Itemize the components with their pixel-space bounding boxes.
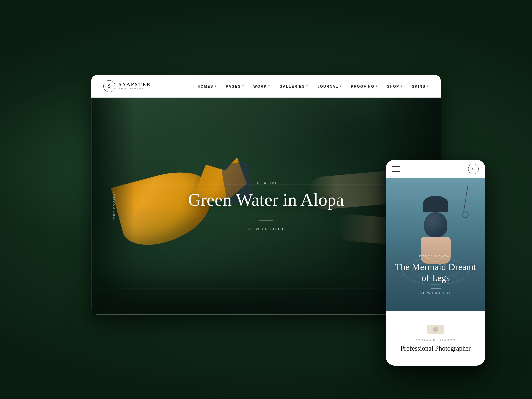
nav-item-galleries[interactable]: GALLERIES ▾ (279, 84, 308, 88)
person-hair (423, 196, 448, 212)
mobile-hero-cta[interactable]: VIEW PROJECT (392, 291, 479, 295)
brand-logo: S (103, 80, 115, 92)
hero-title: Green Water in Alopa (188, 190, 344, 209)
photographer-title: Professional Photographer (400, 345, 471, 352)
nav-item-work[interactable]: WORK ▾ (253, 84, 270, 88)
nav-item-proofing[interactable]: PROOFING ▾ (351, 84, 378, 88)
camera-lens (433, 327, 438, 332)
brand-logo-letter: S (108, 83, 111, 89)
center-decoration (260, 226, 272, 226)
chevron-down-icon: ▾ (401, 85, 403, 88)
desktop-navbar: S SNAPSTER PHOTOGRAPHY HOMES ▾ PAGES ▾ W… (91, 75, 441, 98)
mobile-brand-logo[interactable]: S (468, 164, 479, 174)
nav-item-homes[interactable]: HOMES ▾ (198, 84, 216, 88)
nav-item-shop[interactable]: SHOP ▾ (387, 84, 403, 88)
brand-text-container: SNAPSTER PHOTOGRAPHY (119, 82, 151, 90)
nav-item-skins[interactable]: SKINS ▾ (412, 84, 429, 88)
mobile-hero-title: The Mermaid Dreamt of Legs (392, 261, 479, 284)
chevron-down-icon: ▾ (427, 85, 429, 88)
nav-item-pages[interactable]: PAGES ▾ (226, 84, 244, 88)
mobile-hero-content: EXPERIMENTAL The Mermaid Dreamt of Legs … (386, 255, 485, 295)
nav-links: HOMES ▾ PAGES ▾ WORK ▾ GALLERIES ▾ JOURN… (198, 84, 429, 88)
hamburger-line-2 (392, 169, 400, 169)
hero-cta-button[interactable]: VIEW PROJECT (247, 227, 284, 231)
camera-body (427, 325, 444, 334)
scene-container: S SNAPSTER PHOTOGRAPHY HOMES ▾ PAGES ▾ W… (27, 23, 505, 376)
mobile-logo-letter: S (472, 166, 474, 172)
person-head (424, 212, 447, 237)
mobile-mockup: S EXPERIMENTAL The Mermaid D (386, 160, 485, 366)
mobile-divider (431, 288, 441, 289)
mobile-bottom-card: JOHANA K. HANSON Professional Photograph… (386, 311, 485, 366)
hamburger-line-3 (392, 171, 400, 172)
mobile-navbar: S (386, 160, 485, 178)
chevron-down-icon: ▾ (242, 85, 244, 88)
photographer-icon (427, 325, 444, 336)
chevron-down-icon: ▾ (215, 85, 217, 88)
hero-category-label: CREATIVE (254, 181, 278, 185)
brand-name: SNAPSTER (119, 82, 151, 87)
chevron-down-icon: ▾ (268, 85, 270, 88)
mobile-hero: EXPERIMENTAL The Mermaid Dreamt of Legs … (386, 178, 485, 311)
brand-container[interactable]: S SNAPSTER PHOTOGRAPHY (103, 80, 151, 92)
mobile-menu-button[interactable] (392, 166, 400, 172)
hero-divider (259, 220, 273, 221)
nav-item-journal[interactable]: JOURNAL ▾ (317, 84, 341, 88)
chevron-down-icon: ▾ (376, 85, 378, 88)
chevron-down-icon: ▾ (306, 85, 308, 88)
hamburger-line-1 (392, 166, 400, 167)
brand-subtitle: PHOTOGRAPHY (119, 87, 151, 90)
mobile-hero-category: EXPERIMENTAL (392, 255, 479, 258)
chevron-down-icon: ▾ (340, 85, 342, 88)
photographer-name: JOHANA K. HANSON (416, 339, 456, 342)
